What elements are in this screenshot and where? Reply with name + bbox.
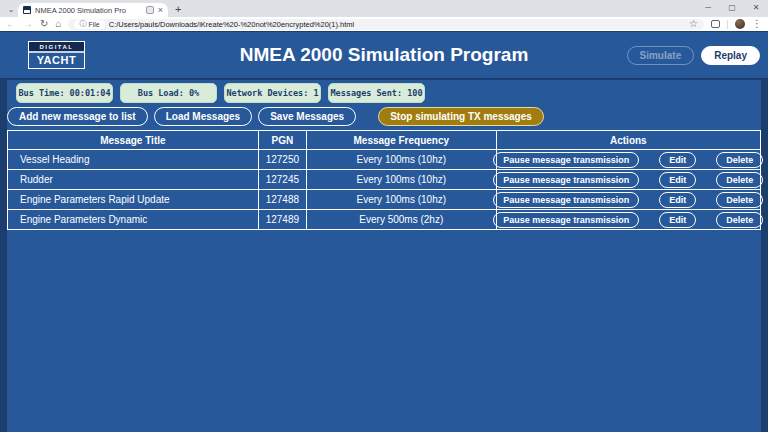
bus-load-badge: Bus Load: 0%: [120, 83, 217, 103]
pgn-cell: 127488: [258, 190, 306, 210]
profile-avatar[interactable]: [735, 19, 745, 29]
command-row: Add new message to list Load Messages Sa…: [7, 107, 761, 126]
table-row: Rudder 127245 Every 100ms (10hz) Pause m…: [8, 170, 761, 190]
col-header-pgn: PGN: [258, 131, 306, 150]
delete-button[interactable]: Delete: [716, 192, 763, 208]
browser-action-icon[interactable]: [711, 20, 720, 28]
page: DIGITAL YACHT NMEA 2000 Simulation Progr…: [0, 31, 768, 432]
window-maximize-button[interactable]: ▢: [720, 0, 744, 14]
tab-title: NMEA 2000 Simulation Pro: [35, 6, 142, 15]
edit-button[interactable]: Edit: [659, 152, 696, 168]
reload-icon[interactable]: ↻: [40, 19, 48, 29]
add-message-button[interactable]: Add new message to list: [7, 107, 148, 126]
toolbar-divider: [727, 20, 728, 29]
table-header-row: Message Title PGN Message Frequency Acti…: [8, 131, 761, 150]
bus-time-badge: Bus Time: 00:01:04: [16, 83, 113, 103]
row-actions: Pause message transmission Edit Delete: [497, 172, 760, 188]
chip-label: File: [88, 21, 99, 28]
row-actions: Pause message transmission Edit Delete: [497, 152, 760, 168]
save-messages-button[interactable]: Save Messages: [258, 107, 356, 126]
edit-button[interactable]: Edit: [659, 212, 696, 228]
logo-top-text: DIGITAL: [29, 42, 84, 53]
url-text: C:/Users/pauls/Downloads/iKreate%20-%20n…: [109, 20, 355, 29]
pgn-cell: 127245: [258, 170, 306, 190]
back-icon[interactable]: ←: [6, 19, 16, 29]
col-header-actions: Actions: [496, 131, 760, 150]
frequency-cell: Every 100ms (10hz): [306, 150, 496, 170]
frequency-cell: Every 500ms (2hz): [306, 210, 496, 230]
load-messages-button[interactable]: Load Messages: [154, 107, 252, 126]
col-header-message-title: Message Title: [8, 131, 259, 150]
message-title-cell: Vessel Heading: [8, 150, 259, 170]
table-row: Vessel Heading 127250 Every 100ms (10hz)…: [8, 150, 761, 170]
table-row: Engine Parameters Rapid Update 127488 Ev…: [8, 190, 761, 210]
status-badges: Bus Time: 00:01:04 Bus Load: 0% Network …: [16, 83, 761, 103]
pgn-cell: 127489: [258, 210, 306, 230]
pause-transmission-button[interactable]: Pause message transmission: [493, 212, 639, 228]
row-actions: Pause message transmission Edit Delete: [497, 192, 760, 208]
simulate-button[interactable]: Simulate: [627, 46, 695, 65]
edit-button[interactable]: Edit: [659, 192, 696, 208]
tab-close-icon[interactable]: ×: [158, 6, 163, 14]
tab-media-icon: [146, 6, 154, 14]
col-header-frequency: Message Frequency: [306, 131, 496, 150]
message-title-cell: Rudder: [8, 170, 259, 190]
header-buttons: Simulate Replay: [627, 46, 760, 65]
pause-transmission-button[interactable]: Pause message transmission: [493, 172, 639, 188]
window-minimize-button[interactable]: ─: [696, 0, 720, 14]
page-main: Bus Time: 00:01:04 Bus Load: 0% Network …: [7, 80, 761, 432]
window-controls: ─ ▢ ✕: [696, 0, 768, 14]
delete-button[interactable]: Delete: [716, 152, 763, 168]
browser-toolbar: ← → ↻ ⌂ ⓘ File C:/Users/pauls/Downloads/…: [0, 17, 768, 31]
new-tab-button[interactable]: +: [175, 3, 181, 15]
delete-button[interactable]: Delete: [716, 172, 763, 188]
file-protocol-chip[interactable]: ⓘ File: [74, 20, 104, 29]
table-row: Engine Parameters Dynamic 127489 Every 5…: [8, 210, 761, 230]
digital-yacht-logo: DIGITAL YACHT: [28, 41, 85, 69]
logo-bottom-text: YACHT: [29, 53, 84, 68]
bookmark-star-icon[interactable]: ☆: [689, 19, 698, 29]
site-favicon-icon: [23, 6, 31, 14]
address-bar[interactable]: ⓘ File C:/Users/pauls/Downloads/iKreate%…: [68, 19, 704, 30]
delete-button[interactable]: Delete: [716, 212, 763, 228]
page-header: DIGITAL YACHT NMEA 2000 Simulation Progr…: [0, 32, 768, 78]
frequency-cell: Every 100ms (10hz): [306, 190, 496, 210]
row-actions: Pause message transmission Edit Delete: [497, 212, 760, 228]
replay-button[interactable]: Replay: [701, 46, 760, 65]
message-title-cell: Engine Parameters Dynamic: [8, 210, 259, 230]
menu-dots-icon[interactable]: ⋮: [752, 19, 762, 29]
network-devices-badge: Network Devices: 1: [224, 83, 321, 103]
browser-tabstrip: ⌄ NMEA 2000 Simulation Pro × + ─ ▢ ✕: [0, 0, 768, 17]
home-icon[interactable]: ⌂: [55, 19, 61, 29]
pause-transmission-button[interactable]: Pause message transmission: [493, 152, 639, 168]
message-title-cell: Engine Parameters Rapid Update: [8, 190, 259, 210]
forward-icon[interactable]: →: [23, 19, 33, 29]
browser-tab[interactable]: NMEA 2000 Simulation Pro ×: [18, 3, 168, 17]
window-close-button[interactable]: ✕: [744, 0, 768, 14]
pgn-cell: 127250: [258, 150, 306, 170]
stop-simulating-button[interactable]: Stop simulating TX messages: [378, 107, 544, 126]
edit-button[interactable]: Edit: [659, 172, 696, 188]
messages-sent-badge: Messages Sent: 100: [328, 83, 425, 103]
frequency-cell: Every 100ms (10hz): [306, 170, 496, 190]
pause-transmission-button[interactable]: Pause message transmission: [493, 192, 639, 208]
tab-search-chevron-icon[interactable]: ⌄: [4, 3, 18, 16]
messages-table: Message Title PGN Message Frequency Acti…: [7, 130, 761, 230]
info-icon: ⓘ: [79, 19, 86, 29]
